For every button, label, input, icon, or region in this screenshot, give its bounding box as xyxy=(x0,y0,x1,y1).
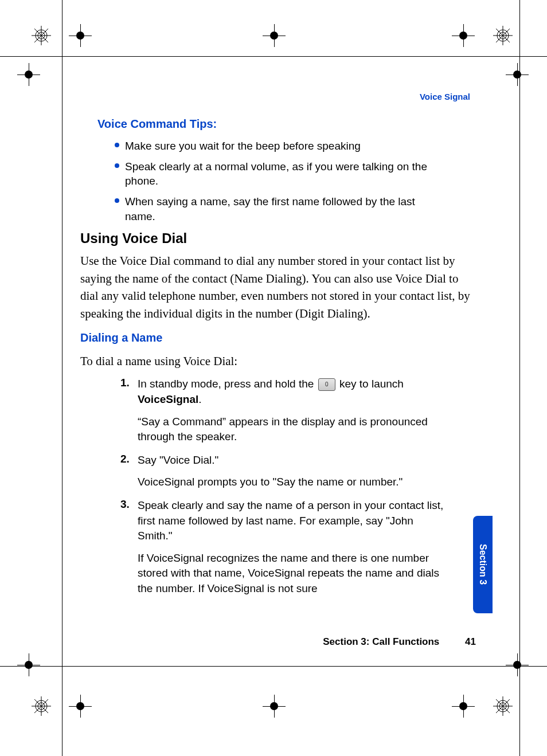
reg-sun-tl xyxy=(32,26,51,45)
reg-sun-br xyxy=(493,696,513,716)
reg-cross-mbr xyxy=(506,653,529,676)
reg-cross-mr xyxy=(506,63,529,86)
step-text-pre: In standby mode, press and hold the xyxy=(138,378,317,390)
bullet-icon xyxy=(115,163,119,168)
bullet-icon xyxy=(115,143,119,147)
list-item-text: Speak clearly at a normal volume, as if … xyxy=(125,159,446,189)
tips-heading: Voice Command Tips: xyxy=(97,117,476,131)
reg-cross-mbl xyxy=(17,653,40,676)
reg-cross-tl xyxy=(69,24,92,47)
tips-list: Make sure you wait for the beep before s… xyxy=(115,139,476,224)
step-followup: VoiceSignal prompts you to "Say the name… xyxy=(138,475,447,490)
reg-cross-tc xyxy=(263,24,286,47)
step-followup: If VoiceSignal recognizes the name and t… xyxy=(138,551,447,597)
reg-sun-tr xyxy=(493,26,513,45)
step-text-bold: VoiceSignal xyxy=(138,393,198,405)
step-item: 2. Say "Voice Dial." xyxy=(120,453,476,468)
reg-sun-bl xyxy=(32,696,51,716)
reg-cross-br xyxy=(452,695,475,718)
step-followup: “Say a Command” appears in the display a… xyxy=(138,414,447,445)
list-item: Speak clearly at a normal volume, as if … xyxy=(115,159,476,189)
list-item: When saying a name, say the first name f… xyxy=(115,194,476,224)
list-item-text: Make sure you wait for the beep before s… xyxy=(125,139,361,154)
crop-line-bottom xyxy=(0,666,547,667)
using-voice-dial-body: Use the Voice Dial command to dial any n… xyxy=(80,252,470,322)
footer-section: Section 3: Call Functions xyxy=(323,636,439,647)
page-footer: Section 3: Call Functions 41 xyxy=(0,636,476,648)
step-text-tail: . xyxy=(198,393,201,405)
section-tab: Section 3 xyxy=(473,516,493,613)
crop-line-right xyxy=(519,0,520,756)
reg-cross-bc xyxy=(263,695,286,718)
dialing-name-heading: Dialing a Name xyxy=(80,331,476,344)
step-text: In standby mode, press and hold the 0 ke… xyxy=(138,377,447,407)
step-number: 3. xyxy=(120,498,138,544)
step-number: 1. xyxy=(120,377,138,407)
step-text: Speak clearly and say the name of a pers… xyxy=(138,498,447,544)
reg-cross-tr xyxy=(452,24,475,47)
page-content: Voice Signal Voice Command Tips: Make su… xyxy=(80,92,476,605)
step-item: 1. In standby mode, press and hold the 0… xyxy=(120,377,476,407)
reg-cross-bl xyxy=(69,695,92,718)
using-voice-dial-heading: Using Voice Dial xyxy=(80,230,476,246)
list-item-text: When saying a name, say the first name f… xyxy=(125,194,446,224)
steps-list: 1. In standby mode, press and hold the 0… xyxy=(120,377,476,596)
key-icon: 0 xyxy=(318,378,335,391)
step-number: 2. xyxy=(120,453,138,468)
step-text: Say "Voice Dial." xyxy=(138,453,218,468)
list-item: Make sure you wait for the beep before s… xyxy=(115,139,476,154)
bullet-icon xyxy=(115,198,119,203)
reg-cross-ml xyxy=(17,63,40,86)
step-text-post: key to launch xyxy=(337,378,404,390)
running-header: Voice Signal xyxy=(80,92,476,101)
dialing-name-intro: To dial a name using Voice Dial: xyxy=(80,352,476,370)
crop-line-top xyxy=(0,56,547,57)
step-item: 3. Speak clearly and say the name of a p… xyxy=(120,498,476,544)
footer-page-number: 41 xyxy=(465,636,476,647)
